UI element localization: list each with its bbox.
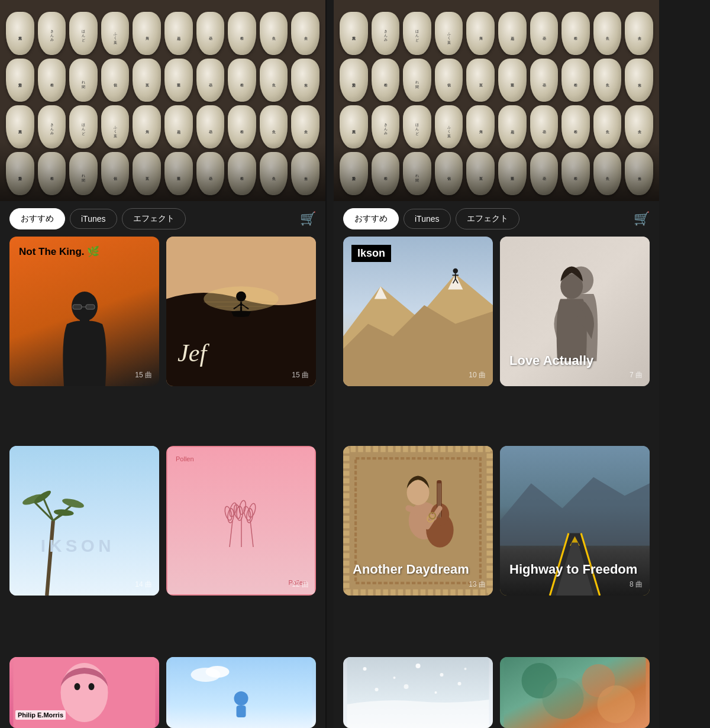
lantern: 繁乃家 bbox=[6, 59, 34, 102]
svg-point-80 bbox=[404, 684, 409, 689]
ikson-badge: Ikson bbox=[351, 245, 391, 262]
album-card-not-the-king[interactable]: Not The King. 🌿 bbox=[9, 237, 159, 386]
lantern: れ聞 bbox=[403, 59, 431, 102]
lantern: 花扇 bbox=[164, 12, 193, 55]
svg-point-81 bbox=[435, 691, 437, 694]
lantern: 小花 bbox=[530, 59, 559, 102]
lantern: 小花 bbox=[530, 152, 559, 195]
song-count-not-the-king: 15 曲 bbox=[135, 370, 152, 380]
pollen-top-label: Pollen bbox=[176, 455, 194, 462]
partial-row-left: Philip E.Morris bbox=[0, 657, 325, 728]
lantern: ふく葉 bbox=[435, 105, 463, 148]
lantern: 堀八重 bbox=[6, 105, 34, 148]
lantern: 市光 bbox=[291, 152, 320, 195]
cart-icon-right[interactable]: 🛒 bbox=[634, 211, 650, 227]
lantern: 大会 bbox=[625, 105, 653, 148]
lantern: 信伝 bbox=[101, 59, 130, 102]
another-daydream-label: Another Daydream bbox=[353, 562, 469, 577]
album-card-highway-freedom[interactable]: Highway to Freedom 8 曲 bbox=[500, 446, 650, 596]
hero-banner-right: 堀八重 きんみ ほんど ふく葉 角川 花扇 小花 松本 仕久 大会 繁乃家 松本… bbox=[334, 0, 659, 201]
lantern: れ聞 bbox=[403, 152, 431, 195]
lantern: ほんど bbox=[69, 12, 98, 55]
lantern: 松本 bbox=[372, 59, 400, 102]
lantern: 信伝 bbox=[435, 59, 463, 102]
left-panel: 堀八重 きんみ ほんど ふく葉 角川 花扇 小花 松本 仕久 大会 繁乃家 松本… bbox=[0, 0, 325, 728]
svg-point-74 bbox=[363, 667, 367, 671]
lantern: 松本 bbox=[38, 59, 66, 102]
lantern: 冨久 bbox=[466, 59, 495, 102]
svg-rect-45 bbox=[237, 706, 246, 717]
svg-line-27 bbox=[250, 520, 253, 547]
tab-effect-left[interactable]: エフェクト bbox=[122, 208, 186, 229]
lantern: きんみ bbox=[372, 12, 400, 55]
svg-point-44 bbox=[234, 691, 248, 706]
lantern: 小花 bbox=[530, 12, 559, 55]
song-count-ikson: 14 曲 bbox=[135, 580, 152, 590]
lantern: 仕久 bbox=[260, 59, 288, 102]
lantern: 市光 bbox=[625, 59, 653, 102]
lantern: 松本 bbox=[372, 152, 400, 195]
lantern: 仕久 bbox=[260, 12, 288, 55]
lantern: ふく葉 bbox=[101, 105, 130, 148]
album-card-jef[interactable]: Jef 15 曲 bbox=[166, 237, 316, 386]
highway-freedom-label: Highway to Freedom bbox=[509, 562, 637, 577]
lantern: 小花 bbox=[196, 105, 225, 148]
lantern: ふく葉 bbox=[101, 12, 130, 55]
lantern: 松本 bbox=[561, 59, 590, 102]
tab-bar-right: おすすめ iTunes エフェクト 🛒 bbox=[334, 201, 659, 237]
tab-itunes-right[interactable]: iTunes bbox=[404, 209, 451, 229]
lantern: 角川 bbox=[466, 105, 495, 148]
lantern: 小花 bbox=[530, 105, 559, 148]
lantern: 仕久 bbox=[260, 152, 288, 195]
philip-label: Philip E.Morris bbox=[15, 710, 66, 720]
lantern: 松本 bbox=[228, 152, 256, 195]
lantern: 嘉鶯 bbox=[164, 59, 193, 102]
album-grid-left: Not The King. 🌿 bbox=[0, 237, 325, 657]
svg-point-76 bbox=[416, 664, 421, 668]
lantern: 松本 bbox=[228, 105, 256, 148]
lantern: 嘉鶯 bbox=[498, 59, 527, 102]
lantern: 松本 bbox=[561, 12, 590, 55]
lantern: ふく葉 bbox=[435, 12, 463, 55]
tab-itunes-left[interactable]: iTunes bbox=[70, 209, 117, 229]
tab-osusume-left[interactable]: おすすめ bbox=[9, 208, 65, 229]
lantern: 市光 bbox=[291, 59, 320, 102]
svg-point-47 bbox=[453, 268, 458, 273]
svg-point-77 bbox=[440, 673, 444, 677]
lantern: ほんど bbox=[403, 105, 431, 148]
lantern: 松本 bbox=[561, 152, 590, 195]
album-card-ikson[interactable]: IKSON 14 曲 bbox=[9, 446, 159, 596]
lantern: れ聞 bbox=[69, 152, 98, 195]
album-card-ikson-dark[interactable]: Ikson 10 曲 bbox=[343, 237, 493, 386]
album-grid-right: Ikson 10 曲 bbox=[334, 237, 659, 657]
album-card-philip[interactable]: Philip E.Morris bbox=[9, 657, 159, 728]
tab-effect-right[interactable]: エフェクト bbox=[456, 208, 519, 229]
album-card-another-daydream[interactable]: Another Daydream 13 曲 bbox=[343, 446, 493, 596]
hero-banner-left: 堀八重 きんみ ほんど ふく葉 角川 花扇 小花 松本 仕久 大会 繁乃家 松本… bbox=[0, 0, 325, 201]
lantern: 角川 bbox=[133, 105, 161, 148]
album-card-snow[interactable] bbox=[343, 657, 493, 728]
lantern: ほんど bbox=[69, 105, 98, 148]
album-card-colorful[interactable] bbox=[500, 657, 650, 728]
album-card-blue-sky[interactable] bbox=[166, 657, 316, 728]
song-count-ikson-dark: 10 曲 bbox=[469, 370, 486, 380]
lantern: 仕久 bbox=[593, 59, 622, 102]
lantern: 小花 bbox=[196, 59, 225, 102]
lantern: 角川 bbox=[466, 12, 495, 55]
song-count-love-actually: 7 曲 bbox=[630, 370, 643, 380]
svg-rect-14 bbox=[9, 446, 159, 596]
lantern: 堀八重 bbox=[6, 12, 34, 55]
svg-point-7 bbox=[236, 292, 246, 302]
album-card-love-actually[interactable]: Love Actually 7 曲 bbox=[500, 237, 650, 386]
song-count-pollen: 12 曲 bbox=[292, 580, 309, 590]
svg-point-87 bbox=[598, 685, 635, 723]
lantern: きんみ bbox=[372, 105, 400, 148]
lantern: 大会 bbox=[291, 12, 320, 55]
lantern: 仕久 bbox=[593, 12, 622, 55]
album-card-pollen[interactable]: Pollen bbox=[166, 446, 316, 596]
lantern: 繁乃家 bbox=[340, 152, 368, 195]
lantern: きんみ bbox=[38, 105, 66, 148]
lantern: 小花 bbox=[196, 12, 225, 55]
cart-icon-left[interactable]: 🛒 bbox=[300, 211, 316, 227]
tab-osusume-right[interactable]: おすすめ bbox=[343, 208, 399, 229]
